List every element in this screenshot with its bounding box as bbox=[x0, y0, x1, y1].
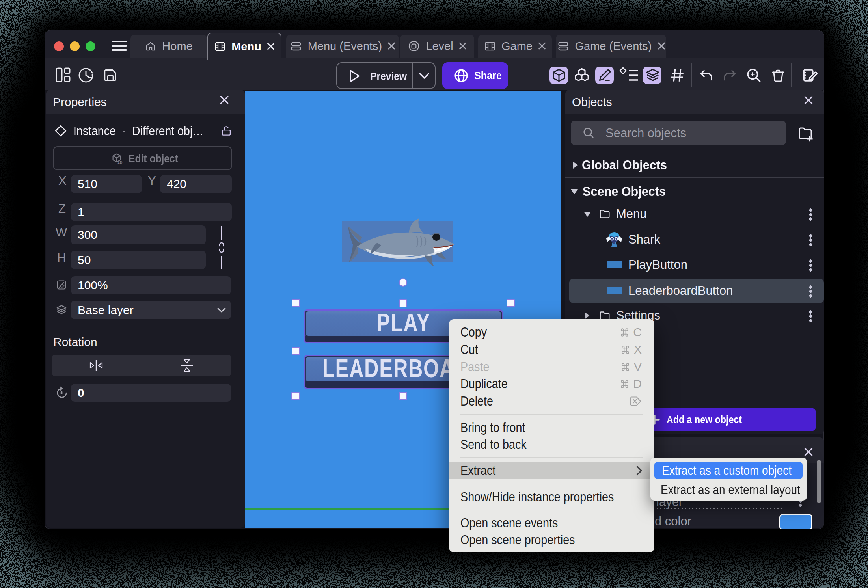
svg-text:2D: 2D bbox=[118, 160, 123, 164]
